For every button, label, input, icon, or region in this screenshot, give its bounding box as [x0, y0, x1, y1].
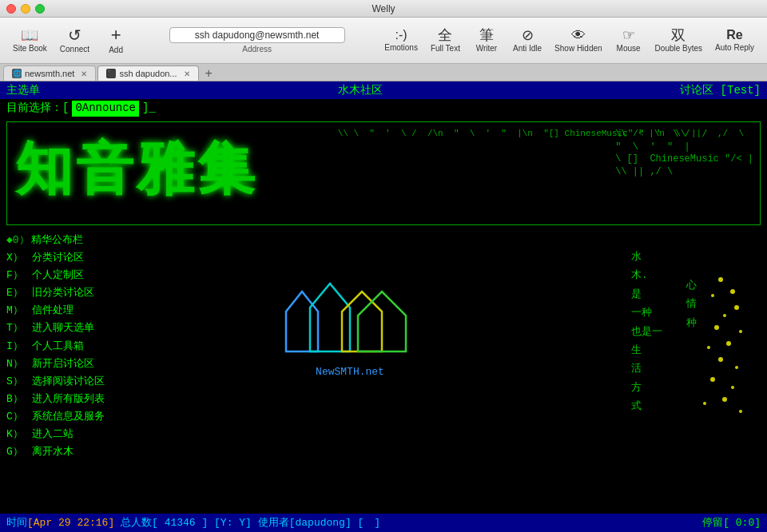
menu-content: ◆0） 精华公布栏 X） 分类讨论区 F） 个人定制区 E） 旧分类讨论区 M）…	[0, 228, 767, 464]
toolbar-connect[interactable]: ↺ Connect	[54, 20, 96, 62]
status-bar: 时间[Apr 29 22:16] 总人数[ 41346 ] [Y: Y] 使用者…	[0, 514, 767, 533]
status-left: 时间[Apr 29 22:16] 总人数[ 41346 ] [Y: Y] 使用者…	[6, 515, 380, 531]
menu-key-c: C）	[6, 408, 30, 426]
toolbar-site-book[interactable]: 📖 Site Book	[6, 20, 54, 62]
svg-point-19	[739, 410, 742, 413]
double-bytes-icon: 双	[671, 28, 686, 42]
menu-key-f: F）	[6, 267, 30, 284]
tab-add-button[interactable]: +	[201, 66, 217, 81]
anti-idle-label: Anti Idle	[513, 44, 542, 53]
menu-label-m[interactable]: 信件处理	[32, 302, 74, 320]
selector-prefix: 目前选择：[	[6, 101, 69, 117]
toolbar-full-text[interactable]: 全 Full Text	[424, 20, 467, 62]
menu-label-t[interactable]: 进入聊天选单	[32, 320, 94, 337]
menu-label-0[interactable]: 精华公布栏	[31, 232, 83, 249]
menu-item-m: M） 信件处理	[6, 302, 254, 320]
menu-label-g[interactable]: 离开水木	[32, 443, 74, 461]
status-time-label: 时间	[6, 517, 27, 529]
menu-item-k: K） 进入二站	[6, 426, 254, 443]
banner-area: 知音雅集 \\ \ " ' \ / /\n " \ ' " |\n "[] Ch…	[6, 121, 761, 225]
terminal[interactable]: 主选单 水木社区 讨论区 [Test] 目前选择：[0Announce]_ 知音…	[0, 81, 767, 532]
right-text-left-col: 水 木. 是 一种 也是一 生 活 方 式	[631, 248, 662, 416]
menu-label-i[interactable]: 个人工具箱	[32, 338, 84, 355]
svg-point-8	[723, 314, 726, 317]
address-label: Address	[242, 45, 272, 54]
toolbar-anti-idle[interactable]: ⊘ Anti Idle	[507, 20, 548, 62]
rt-shi2: 式	[631, 397, 662, 415]
minimize-button[interactable]	[21, 4, 30, 14]
close-button[interactable]	[6, 4, 16, 14]
svg-point-10	[739, 330, 742, 333]
banner-ascii-right: \\ " ' \ / / " \ ' " | \ [] ChineseMusic…	[615, 129, 753, 178]
dots-area	[689, 264, 753, 429]
toolbar-add[interactable]: + Add	[96, 20, 136, 62]
window-title: Welly	[372, 3, 395, 14]
rt-fang: 方	[631, 379, 662, 397]
menu-key-e: E）	[6, 284, 30, 302]
svg-point-17	[722, 397, 727, 402]
tab2-favicon: ⬛	[106, 69, 116, 78]
menu-label-c[interactable]: 系统信息及服务	[32, 408, 105, 426]
tab2-close[interactable]: ✕	[184, 69, 190, 78]
address-bar[interactable]: ssh dapudong@newsmth.net	[169, 27, 345, 43]
menu-key-k: K）	[6, 426, 30, 443]
toolbar-show-hidden[interactable]: 👁 Show Hidden	[548, 20, 608, 62]
menu-label-e[interactable]: 旧分类讨论区	[32, 284, 94, 302]
svg-point-12	[707, 346, 710, 349]
maximize-button[interactable]	[35, 4, 45, 14]
rt-shui: 水	[631, 248, 662, 266]
window-controls	[6, 4, 45, 14]
menu-label-s[interactable]: 选择阅读讨论区	[32, 373, 105, 391]
svg-point-16	[731, 386, 734, 389]
menu-key-i: I）	[6, 338, 30, 355]
status-y-label: [Y: Y]	[214, 517, 252, 529]
menu-key-m: M）	[6, 302, 30, 320]
menu-label-k[interactable]: 进入二站	[32, 426, 74, 443]
tab-ssh[interactable]: ⬛ ssh dapudon... ✕	[97, 66, 198, 81]
anti-idle-icon: ⊘	[522, 28, 534, 42]
show-hidden-label: Show Hidden	[554, 44, 602, 53]
emotions-icon: :-)	[395, 29, 407, 42]
menu-item-f: F） 个人定制区	[6, 267, 254, 284]
menu-label-x[interactable]: 分类讨论区	[32, 249, 84, 267]
status-user: 使用者[dapudong]	[258, 517, 352, 529]
toolbar-auto-reply[interactable]: Re Auto Reply	[709, 20, 761, 62]
status-total-label: 总人数[ 41346 ]	[121, 517, 208, 529]
tab1-close[interactable]: ✕	[81, 69, 87, 78]
mouse-label: Mouse	[617, 44, 641, 53]
rt-yeshi: 也是一	[631, 323, 662, 341]
menu-label-n[interactable]: 新开启讨论区	[32, 355, 94, 373]
menu-key-x: X）	[6, 249, 30, 267]
menu-key-s: S）	[6, 373, 30, 391]
auto-reply-label: Auto Reply	[715, 43, 754, 52]
menu-key-0: ◆0）	[6, 232, 30, 249]
svg-point-11	[726, 341, 731, 346]
menu-item-e: E） 旧分类讨论区	[6, 284, 254, 302]
menu-key-t: T）	[6, 320, 30, 337]
tab-newsmth[interactable]: 🌐 newsmth.net ✕	[3, 66, 96, 81]
menu-key-b: B）	[6, 391, 30, 408]
menu-label-b[interactable]: 进入所有版列表	[32, 391, 105, 408]
terminal-selector: 目前选择：[0Announce]_	[0, 99, 767, 118]
toolbar-writer[interactable]: 筆 Writer	[467, 20, 507, 62]
svg-marker-1	[310, 284, 350, 351]
menu-item-c: C） 系统信息及服务	[6, 408, 254, 426]
menu-left: ◆0） 精华公布栏 X） 分类讨论区 F） 个人定制区 E） 旧分类讨论区 M）…	[6, 232, 254, 461]
menu-label-f[interactable]: 个人定制区	[32, 267, 84, 284]
menu-key-n: N）	[6, 355, 30, 373]
toolbar-emotions[interactable]: :-) Emotions	[378, 20, 424, 62]
rt-sheng: 生	[631, 341, 662, 359]
toolbar-double-bytes[interactable]: 双 Double Bytes	[649, 20, 709, 62]
rt-mu: 木.	[631, 266, 662, 284]
newsmth-logo-svg	[270, 240, 430, 375]
selector-input[interactable]: 0Announce	[72, 101, 139, 117]
terminal-header: 主选单 水木社区 讨论区 [Test]	[0, 81, 767, 99]
emotions-label: Emotions	[384, 43, 418, 52]
menu-item-b: B） 进入所有版列表	[6, 391, 254, 408]
rt-yizhong: 一种	[631, 304, 662, 322]
toolbar-mouse[interactable]: ☞ Mouse	[609, 20, 649, 62]
connect-label: Connect	[60, 45, 89, 54]
svg-point-7	[734, 305, 739, 310]
mouse-icon: ☞	[622, 28, 635, 42]
header-center: 水木社区	[338, 81, 383, 99]
